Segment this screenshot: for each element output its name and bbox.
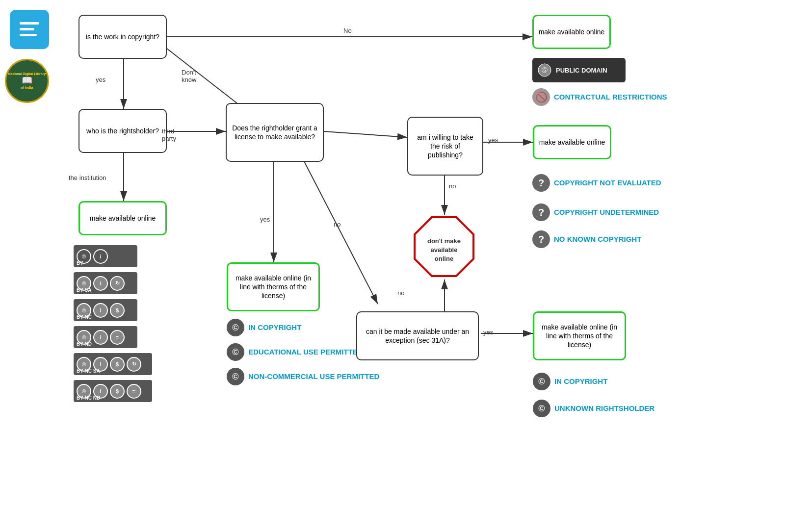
label-no-exception: no [397,289,404,297]
label-yes: yes [96,76,105,83]
cc-badge-by-nc: © i $ BY NC [74,299,137,321]
label-third-party: thirdparty [162,127,176,142]
node-exception: can it be made available under an except… [356,311,479,360]
label-institution: the institution [69,174,106,181]
svg-rect-0 [20,22,39,25]
ndli-logo: National Digital Library 📖 of India [5,59,49,103]
cc-badge-by-sa: © i ↻ BY SA [74,272,137,294]
svg-text:online: online [435,255,453,262]
question-icon-3: ? [532,230,550,248]
question-icon-1: ? [532,174,550,192]
legend-copyright-not-evaluated: ? COPYRIGHT NOT EVALUATED [532,174,661,192]
app-logo [10,10,49,49]
contract-icon: 🚫 [532,88,550,106]
node-rightsholder: who is the rightsholder? [78,109,167,153]
cc-badge-by: © i BY [74,245,137,267]
copyright-icon-2: © [227,343,244,361]
node-make-available-1: make available online [78,201,167,235]
svg-rect-2 [20,34,37,36]
cc-badge-by-nc-nd: © i $ = BY NC ND [74,380,152,402]
node-make-available-2: make available online [533,125,611,159]
node-make-available-top: make available online [532,15,611,49]
copyright-icon-4: © [533,373,550,390]
node-grant-license: Does the rightholder grant a license to … [226,103,324,162]
legend-copyright-undetermined: ? COPYRIGHT UNDETERMINED [532,203,659,221]
node-make-available-4: make available online (in line with ther… [533,311,626,360]
legend-no-known-copyright: ? NO KNOWN COPYRIGHT [532,230,641,248]
label-yes-exception: yes [483,329,493,336]
legend-non-commercial: © NON-COMMERCIAL USE PERMITTED [227,368,379,385]
cc-badge-by-nd: © i = BY ND [74,326,137,348]
label-no-risk: no [449,182,456,190]
svg-rect-1 [20,28,34,30]
legend-contractual: 🚫 CONTRACTUAL RESTRICTIONS [532,88,667,106]
legend-in-copyright-2: © IN COPYRIGHT [533,373,607,390]
label-no: No [343,27,352,34]
legend-public-domain: Ⓢ PUBLIC DOMAIN [532,58,626,82]
label-yes-risk: yes [488,136,498,144]
flowchart-container: National Digital Library 📖 of India [0,0,785,532]
node-make-available-3: make available online (in line with ther… [227,262,320,311]
cc-badge-by-nc-sa: © i $ ↻ BY NC SA [74,353,152,375]
svg-line-9 [324,131,407,137]
label-yes-grant: yes [260,216,270,223]
copyright-icon-3: © [227,368,244,385]
copyright-icon-1: © [227,319,244,336]
label-no-grant: no [334,221,340,228]
legend-in-copyright-1: © IN COPYRIGHT [227,319,301,336]
copyright-icon-5: © [533,400,550,417]
svg-text:available: available [431,246,458,253]
svg-text:Ⓢ: Ⓢ [542,67,548,74]
legend-educational: © EDUCATIONAL USE PERMITTED [227,343,363,361]
node-willing-risk: am i willing to take the risk of publish… [407,117,483,176]
label-dont-know: Don'tknow [182,69,196,83]
question-icon-2: ? [532,203,550,221]
node-dont-make: don't make available online [412,215,476,279]
legend-unknown-rightsholder: © UNKNOWN RIGHTSHOLDER [533,400,654,417]
svg-text:don't make: don't make [427,237,461,245]
node-start: is the work in copyright? [78,15,167,59]
